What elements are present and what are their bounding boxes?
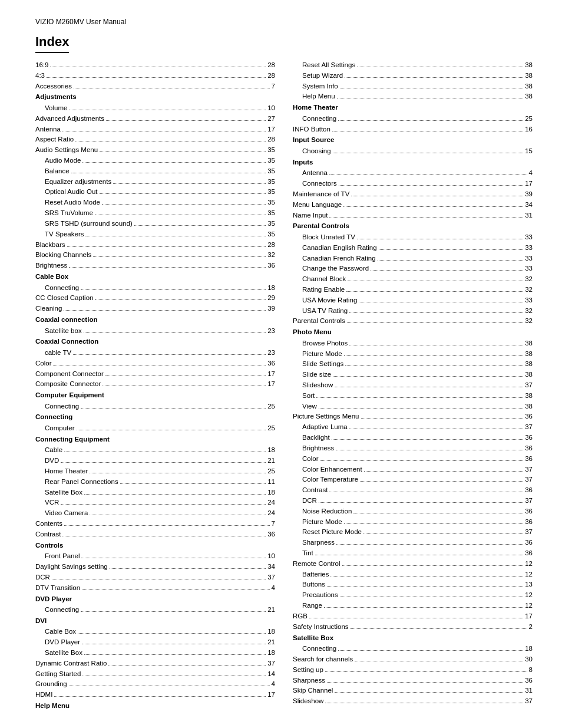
entry-page: 36 xyxy=(525,485,533,496)
entry-label: Advanced Adjustments xyxy=(35,114,104,124)
entry-page: 31 xyxy=(525,210,533,221)
entry-page: 10 xyxy=(267,551,275,562)
entry-page: 12 xyxy=(525,559,533,569)
index-row: RGB17 xyxy=(293,611,533,622)
entry-label: View xyxy=(293,401,317,412)
index-row: Computer Equipment xyxy=(35,390,275,401)
entry-dots xyxy=(90,515,266,515)
entry-page: 28 xyxy=(267,71,275,81)
index-row: Blocking Channels32 xyxy=(35,250,275,261)
index-row: DCR37 xyxy=(35,572,275,583)
entry-label: Contents xyxy=(35,519,62,529)
entry-label: Brightness xyxy=(293,443,334,454)
entry-label: Canadian English Rating xyxy=(293,243,377,253)
entry-page: 36 xyxy=(525,506,533,517)
index-row: Equalizer adjustments35 xyxy=(35,177,275,187)
entry-dots xyxy=(69,267,266,268)
entry-page: 24 xyxy=(267,508,275,519)
index-row: Connecting18 xyxy=(293,644,533,654)
entry-page: 18 xyxy=(267,283,275,294)
index-row: Aspect Ratio28 xyxy=(35,134,275,145)
index-row: Antenna17 xyxy=(35,124,275,135)
index-row: System Info38 xyxy=(293,81,533,92)
entry-label: Computer xyxy=(35,423,75,434)
index-row: Audio Settings Menu35 xyxy=(35,145,275,156)
index-row: Maintenance of TV39 xyxy=(293,189,533,200)
index-row: Dynamic Contrast Ratio37 xyxy=(35,658,275,669)
entry-label: Connecting xyxy=(35,283,79,294)
entry-dots xyxy=(338,120,523,121)
entry-label: Rating Enable xyxy=(293,285,345,295)
entry-label: Cable xyxy=(35,445,62,456)
index-row: 4:328 xyxy=(35,71,275,81)
entry-dots xyxy=(333,153,524,153)
header-title: VIZIO M260MV User Manual xyxy=(35,18,126,26)
entry-dots xyxy=(327,682,523,683)
entry-page: 16 xyxy=(525,124,533,135)
entry-dots xyxy=(351,628,527,629)
entry-dots xyxy=(82,162,266,163)
entry-page: 32 xyxy=(525,285,533,295)
entry-dots xyxy=(54,696,266,697)
index-row: Sharpness36 xyxy=(293,538,533,548)
entry-dots xyxy=(327,586,523,587)
entry-dots xyxy=(78,633,266,634)
index-row: Rating Enable32 xyxy=(293,285,533,295)
index-row: Antenna4 xyxy=(293,168,533,179)
entry-page: 30 xyxy=(525,654,533,665)
index-row: Color Temperature37 xyxy=(293,475,533,485)
index-row: Optical Audio Out35 xyxy=(35,187,275,197)
entry-dots xyxy=(82,676,266,676)
entry-label: Antenna xyxy=(35,124,61,135)
entry-label: Cleaning xyxy=(35,304,62,314)
index-row: Contents7 xyxy=(35,519,275,529)
entry-page: 4 xyxy=(272,679,275,690)
entry-label: Connecting xyxy=(293,644,336,654)
entry-page: 36 xyxy=(525,676,533,686)
entry-dots xyxy=(347,322,523,323)
entry-dots xyxy=(324,607,523,608)
entry-dots xyxy=(84,494,266,495)
entry-dots xyxy=(339,185,523,186)
index-row: Satellite Box18 xyxy=(35,487,275,498)
index-row: Brightness36 xyxy=(35,261,275,271)
index-row: DVD Player xyxy=(35,594,275,605)
entry-page: 28 xyxy=(267,60,275,71)
entry-dots xyxy=(319,502,523,503)
entry-dots xyxy=(345,365,523,366)
entry-label: Remote Control xyxy=(293,559,340,569)
index-row: Slide Settings38 xyxy=(293,359,533,370)
entry-page: 18 xyxy=(267,445,275,456)
entry-page: 38 xyxy=(525,370,533,380)
entry-dots xyxy=(357,67,523,67)
entry-label: Adaptive Luma xyxy=(293,422,348,433)
entry-dots xyxy=(319,408,523,409)
entry-dots xyxy=(64,525,270,526)
entry-page: 39 xyxy=(525,189,533,200)
entry-page: 17 xyxy=(267,124,275,135)
entry-label: Satellite Box xyxy=(35,648,82,658)
entry-label: Batteries xyxy=(293,569,329,580)
index-row: Reset Picture Mode37 xyxy=(293,527,533,538)
entry-label: Skip Channel xyxy=(293,686,333,696)
index-container: 16:9284:328Accessories7AdjustmentsVolume… xyxy=(35,60,533,712)
entry-label: Reset Picture Mode xyxy=(293,527,362,538)
entry-label: Equalizer adjustments xyxy=(35,177,111,187)
entry-page: 35 xyxy=(267,177,275,187)
index-row: Slideshow37 xyxy=(293,696,533,707)
left-column: 16:9284:328Accessories7AdjustmentsVolume… xyxy=(35,60,275,712)
entry-dots xyxy=(100,151,266,152)
entry-dots xyxy=(81,289,266,290)
entry-page: 37 xyxy=(525,496,533,506)
entry-page: 35 xyxy=(267,208,275,219)
index-row: Contrast36 xyxy=(35,529,275,540)
entry-page: 28 xyxy=(267,240,275,251)
index-row: View38 xyxy=(293,401,533,412)
index-row: Color36 xyxy=(35,358,275,369)
entry-dots xyxy=(95,215,266,215)
entry-page: 12 xyxy=(525,590,533,601)
index-row: Remote Control12 xyxy=(293,559,533,569)
index-row: DCR37 xyxy=(293,496,533,506)
index-row: Skip Channel31 xyxy=(293,686,533,696)
entry-dots xyxy=(61,462,266,463)
